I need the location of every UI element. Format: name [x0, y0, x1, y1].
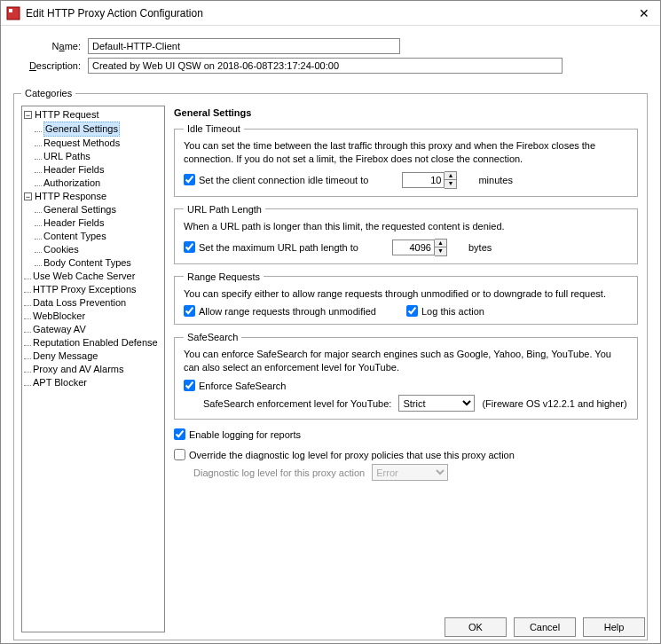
- cancel-button[interactable]: Cancel: [514, 617, 576, 637]
- tree-node-general-settings[interactable]: General Settings: [35, 122, 164, 137]
- tree-node-header-fields-req[interactable]: Header Fields: [35, 163, 164, 177]
- tree-node-dlp[interactable]: Data Loss Prevention: [22, 296, 164, 310]
- enforce-safesearch-checkbox[interactable]: [184, 380, 195, 391]
- tree-node-webblocker[interactable]: WebBlocker: [22, 310, 164, 323]
- safesearch-level-label: SafeSearch enforcement level for YouTube…: [203, 398, 391, 409]
- url-path-checkbox[interactable]: [184, 241, 195, 253]
- tree-node-authorization[interactable]: Authorization: [35, 177, 164, 190]
- tree-node-proxy-exceptions[interactable]: HTTP Proxy Exceptions: [22, 283, 164, 296]
- url-path-group: URL Path Length When a URL path is longe…: [174, 204, 638, 264]
- tree-node-http-request[interactable]: − HTTP Request: [22, 108, 164, 122]
- safesearch-desc: You can enforce SafeSearch for major sea…: [184, 348, 628, 374]
- tree-node-web-cache[interactable]: Use Web Cache Server: [22, 270, 164, 283]
- log-range-checkbox[interactable]: [406, 305, 418, 317]
- description-input[interactable]: [88, 58, 563, 74]
- range-requests-desc: You can specify either to allow range re…: [184, 287, 628, 301]
- idle-timeout-checkbox[interactable]: [184, 174, 195, 185]
- tree-node-url-paths[interactable]: URL Paths: [35, 150, 164, 163]
- help-button[interactable]: Help: [583, 617, 645, 637]
- idle-timeout-group: Idle Timeout You can set the time betwee…: [174, 123, 638, 197]
- tree-node-http-response[interactable]: − HTTP Response: [22, 190, 164, 203]
- override-loglevel-checkbox[interactable]: [174, 449, 185, 460]
- svg-rect-1: [9, 9, 12, 12]
- url-path-input[interactable]: [392, 240, 435, 255]
- spin-down-icon[interactable]: ▼: [435, 247, 446, 255]
- ok-button[interactable]: OK: [445, 617, 507, 637]
- tree-node-cookies[interactable]: Cookies: [35, 243, 164, 256]
- tree-node-gateway-av[interactable]: Gateway AV: [22, 323, 164, 336]
- close-icon[interactable]: ✕: [633, 6, 655, 20]
- name-input[interactable]: [88, 38, 400, 54]
- tree-node-general-settings-resp[interactable]: General Settings: [35, 203, 164, 216]
- panel-heading: General Settings: [174, 107, 638, 118]
- safesearch-level-select[interactable]: Strict: [398, 395, 475, 412]
- categories-legend: Categories: [21, 88, 75, 98]
- tree-node-alarms[interactable]: Proxy and AV Alarms: [22, 363, 164, 376]
- tree-node-body-content-types[interactable]: Body Content Types: [35, 256, 164, 270]
- spin-down-icon[interactable]: ▼: [445, 180, 456, 188]
- tree-node-request-methods[interactable]: Request Methods: [35, 137, 164, 150]
- collapse-icon[interactable]: −: [24, 111, 32, 119]
- tree-node-header-fields-resp[interactable]: Header Fields: [35, 216, 164, 230]
- tree-node-apt-blocker[interactable]: APT Blocker: [22, 376, 164, 389]
- spin-up-icon[interactable]: ▲: [445, 172, 456, 180]
- safesearch-note: (Fireware OS v12.2.1 and higher): [482, 398, 626, 409]
- tree-node-deny-message[interactable]: Deny Message: [22, 349, 164, 363]
- app-icon: [6, 6, 20, 20]
- tree-node-content-types[interactable]: Content Types: [35, 230, 164, 243]
- safesearch-group: SafeSearch You can enforce SafeSearch fo…: [174, 332, 638, 420]
- enable-logging-checkbox[interactable]: [174, 428, 185, 440]
- window-title: Edit HTTP Proxy Action Configuration: [26, 7, 633, 20]
- idle-timeout-desc: You can set the time between the last tr…: [184, 139, 628, 166]
- category-tree[interactable]: − HTTP Request General Settings Request …: [21, 106, 165, 632]
- description-label: Description:: [17, 60, 88, 71]
- categories-fieldset: Categories − HTTP Request General Settin…: [13, 88, 648, 640]
- collapse-icon[interactable]: −: [24, 192, 32, 200]
- diag-level-select: Error: [372, 464, 448, 481]
- diag-label: Diagnostic log level for this proxy acti…: [193, 467, 365, 478]
- tree-node-reputation[interactable]: Reputation Enabled Defense: [22, 336, 164, 349]
- range-requests-group: Range Requests You can specify either to…: [174, 271, 638, 326]
- url-path-desc: When a URL path is longer than this limi…: [184, 220, 628, 233]
- name-label: Name:: [17, 41, 88, 51]
- idle-timeout-input[interactable]: [402, 172, 445, 188]
- spin-up-icon[interactable]: ▲: [435, 240, 446, 247]
- allow-range-checkbox[interactable]: [184, 305, 195, 317]
